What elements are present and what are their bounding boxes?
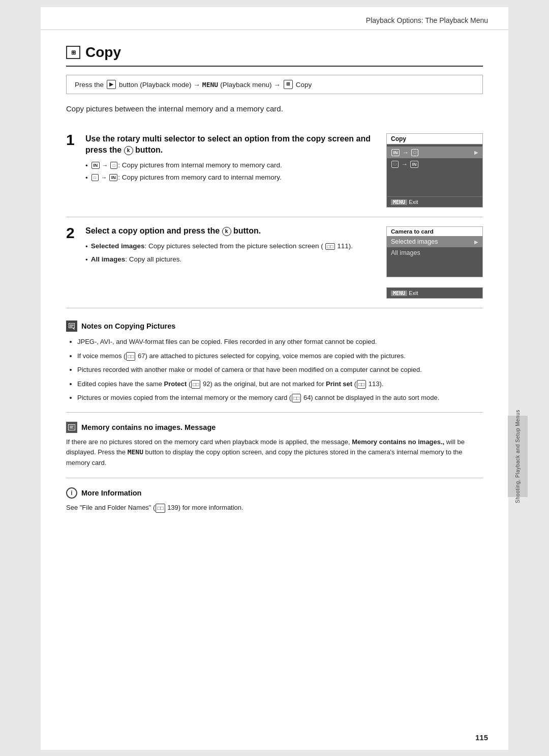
sidebar-tab: Shooting, Playback and Setup Menus [508,416,528,497]
widget-in-icon: IN [391,149,400,156]
section-divider-2 [66,478,483,478]
sidebar-tab-label: Shooting, Playback and Setup Menus [515,410,521,503]
more-info-title: More Information [81,489,141,497]
page-header: Playback Options: The Playback Menu [41,7,508,30]
menu-label: MENU [202,81,218,89]
widget-row-all-images: All images [387,247,482,258]
header-title: Playback Options: The Playback Menu [366,16,488,24]
notes-section: Notes on Copying Pictures JPEG-, AVI-, a… [66,321,483,403]
card-icon-1: □ [110,162,117,169]
step-2-section: 2 Select a copy option and press the k b… [66,217,483,308]
widget-card-icon-2: □ [391,161,399,168]
widget-2-footer: MENU Exit [386,287,483,299]
notes-list: JPEG-, AVI-, and WAV-format files can be… [66,337,483,403]
internal-mem-icon-2: IN [109,174,117,181]
internal-mem-icon: IN [92,162,100,169]
widget-row-selected-images: Selected images ▶ [387,236,482,247]
copy-menu-icon: ⊞ [284,80,293,89]
step-1-bullet-2: • □ → IN: Copy pictures from memory card… [85,173,376,182]
step-1-section: 1 Use the rotary multi selector to selec… [66,124,483,217]
copy-section-icon: ⊞ [66,46,80,59]
widget-menu-btn-1: MENU [391,199,407,205]
widget-row-in-to-card: IN → □ ▶ [387,147,482,158]
memory-message-section: Memory contains no images. Message If th… [66,422,483,469]
widget-1-footer: MENU Exit [387,196,482,207]
widget-in-icon-2: IN [410,161,418,168]
section-divider-1 [66,412,483,413]
instruction-copy-label: Copy [296,81,312,89]
widget-2-body: Selected images ▶ All images [386,236,483,277]
menu-text-inline: MENU [128,448,143,456]
notes-title: Notes on Copying Pictures [81,322,175,330]
more-info-text: See "File and Folder Names" (□□ 139) for… [66,503,483,513]
note-item-2: If voice memos (□□ 67) are attached to p… [77,351,483,361]
page-title: Copy [85,44,121,61]
intro-text: Copy pictures between the internal memor… [66,104,483,113]
step-2-bullet-all: • All images: Copy all pictures. [85,255,376,264]
more-info-icon: i [66,487,77,499]
playback-mode-icon: ▶ [107,80,116,89]
memory-message-text: If there are no pictures stored on the m… [66,437,483,469]
instruction-text-middle2: (Playback menu) → [220,81,281,89]
widget-chevron-1: ▶ [474,150,478,155]
step-2-bullets: • Selected images: Copy pictures selecte… [85,242,376,264]
step-2-content: Select a copy option and press the k but… [85,226,386,269]
card-icon-2: □ [92,174,99,181]
step-1-number: 1 [66,131,85,149]
widget-row-card-to-in: □ → IN [387,158,482,170]
widget-1-title: Copy [387,134,482,144]
widget-2-title: Camera to card [386,226,483,236]
ok-button-icon-2: k [222,227,231,236]
memory-message-header: Memory contains no images. Message [66,422,483,433]
note-item-1: JPEG-, AVI-, and WAV-format files can be… [77,337,483,347]
step-1-content: Use the rotary multi selector to select … [85,133,386,186]
memory-message-title: Memory contains no images. Message [81,423,216,431]
step-2-heading: Select a copy option and press the k but… [85,226,376,236]
widget-1-body: IN → □ ▶ □ → IN [387,144,482,172]
step-1-heading: Use the rotary multi selector to select … [85,133,376,156]
more-info-section: i More Information See "File and Folder … [66,487,483,513]
more-info-header: i More Information [66,487,483,499]
step-1-bullets: • IN → □: Copy pictures from internal me… [85,161,376,182]
note-item-3: Pictures recorded with another make or m… [77,365,483,375]
page-title-row: ⊞ Copy [66,44,483,67]
widget-menu-btn-2: MENU [391,290,407,296]
copy-screen-widget-1: Copy IN → □ ▶ [386,133,483,208]
notes-icon [66,321,77,332]
instruction-text-before: Press the [75,81,104,89]
copy-screen-widget-2: Camera to card Selected images ▶ All ima… [386,226,483,299]
instruction-box: Press the ▶ button (Playback mode) → MEN… [66,75,483,94]
step-1-bullet-1: • IN → □: Copy pictures from internal me… [85,161,376,169]
ok-button-icon: k [124,146,133,155]
step-2-number: 2 [66,224,85,242]
instruction-text-middle1: button (Playback mode) → [119,81,200,89]
step-2-bullet-selected: • Selected images: Copy pictures selecte… [85,242,376,250]
widget-card-icon: □ [411,149,418,156]
notes-header: Notes on Copying Pictures [66,321,483,332]
page-number: 115 [475,733,488,742]
note-item-4: Edited copies have the same Protect (□□ … [77,379,483,389]
note-item-5: Pictures or movies copied from the inter… [77,393,483,403]
memory-message-icon [66,422,77,433]
